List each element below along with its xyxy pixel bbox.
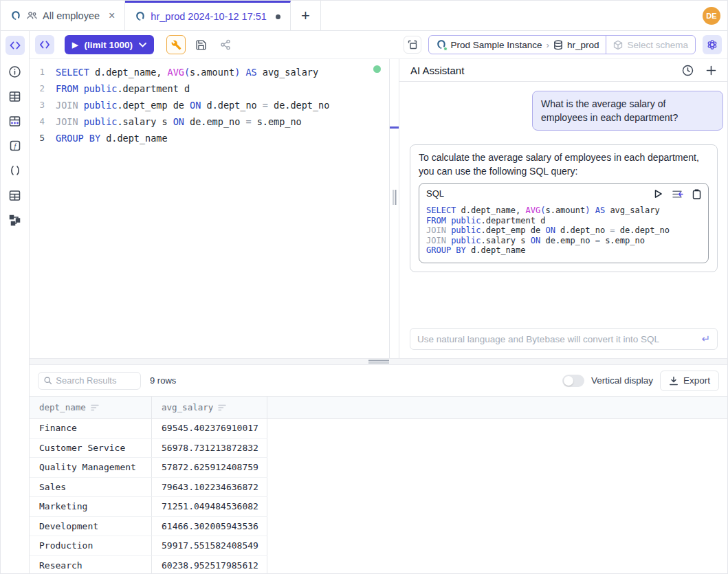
table-row[interactable]: Development61466.302005943536 <box>30 517 727 537</box>
save-sheet-button[interactable] <box>191 35 210 54</box>
run-query-button[interactable]: ▶ (limit 1000) <box>65 35 154 54</box>
tab-hr-prod[interactable]: hr_prod 2024-10-12 17:51 <box>125 1 291 30</box>
ai-assistant-title: AI Assistant <box>410 65 464 76</box>
cell-dept-name: Marketing <box>30 497 152 517</box>
editor-line: 2FROM public.department d <box>30 80 389 97</box>
close-icon[interactable]: × <box>109 10 115 22</box>
cell-dept-name: Sales <box>30 478 152 498</box>
search-results-box[interactable] <box>38 372 141 390</box>
run-snippet-icon[interactable] <box>654 189 663 199</box>
download-icon <box>669 376 679 386</box>
assistant-response-text: To calculate the average salary of emplo… <box>419 152 699 177</box>
sidebar-item-sql-editor[interactable] <box>5 36 25 55</box>
connection-selector[interactable]: Prod Sample Instance › hr_prod Select sc… <box>428 35 696 54</box>
ai-sql-code: SELECT d.dept_name, AVG(s.amount) AS avg… <box>426 206 701 256</box>
schema-box-icon <box>613 40 623 50</box>
batch-mode-icon <box>408 40 417 49</box>
column-header-empty <box>267 397 727 418</box>
table-row[interactable]: Finance69545.402376910017 <box>30 419 727 439</box>
enter-icon[interactable]: ↵ <box>701 333 710 345</box>
cell-avg-salary: 59917.551582408549 <box>152 536 267 556</box>
sidebar-item-functions[interactable]: f <box>1 133 29 158</box>
sidebar-item-tables[interactable] <box>1 84 29 109</box>
code-language-label: SQL <box>426 187 444 201</box>
postgresql-icon <box>436 39 447 50</box>
sort-icon[interactable] <box>218 404 226 411</box>
results-panel: 9 rows Vertical display Export dept_name <box>30 365 727 574</box>
postgresql-icon <box>135 11 146 22</box>
table-row[interactable]: Customer Service56978.731213872832 <box>30 439 727 459</box>
sql-editor[interactable]: 1SELECT d.dept_name, AVG(s.amount) AS av… <box>30 59 389 358</box>
instance-database-segment[interactable]: Prod Sample Instance › hr_prod <box>429 36 606 54</box>
results-toolbar: 9 rows Vertical display Export <box>30 365 727 396</box>
editor-line: 4JOIN public.salary s ON de.emp_no = s.e… <box>30 113 389 130</box>
export-button[interactable]: Export <box>660 371 719 391</box>
add-tab-button[interactable]: + <box>291 1 321 30</box>
row-count-label: 9 rows <box>150 375 176 386</box>
vertical-splitter[interactable] <box>389 59 399 358</box>
format-sql-button[interactable] <box>166 35 186 54</box>
sidebar-item-external-tables[interactable] <box>1 183 29 208</box>
vertical-display-label: Vertical display <box>591 375 653 386</box>
search-results-input[interactable] <box>56 375 135 386</box>
vertical-display-toggle[interactable] <box>562 375 584 387</box>
editor-line: 3JOIN public.dept_emp de ON d.dept_no = … <box>30 97 389 113</box>
results-table-header: dept_name avg_salary <box>30 397 727 419</box>
assistant-response-card: To calculate the average salary of emplo… <box>410 144 718 272</box>
horizontal-splitter[interactable] <box>30 358 727 365</box>
tab-label: hr_prod 2024-10-12 17:51 <box>151 11 267 22</box>
unsaved-indicator-dot <box>276 14 280 19</box>
cell-dept-name: Customer Service <box>30 439 152 459</box>
sidebar-item-procedures[interactable] <box>1 158 29 183</box>
schema-selector[interactable]: Select schema <box>606 36 695 54</box>
tab-all-employee[interactable]: All employee × <box>1 1 125 30</box>
user-message-bubble: What is the average salary of employees … <box>532 91 723 131</box>
cell-empty <box>267 439 727 459</box>
ai-prompt-input[interactable] <box>417 334 701 344</box>
cell-avg-salary: 57872.625912408759 <box>152 458 267 478</box>
cell-avg-salary: 79643.102234636872 <box>152 478 267 498</box>
sort-icon[interactable] <box>91 404 99 411</box>
cell-empty <box>267 419 727 439</box>
ai-code-block: SQL SELECT d.dept_name, AVG(s.amount) AS… <box>419 183 709 263</box>
editor-status-dot <box>373 65 381 73</box>
sidebar-item-schema-diagram[interactable] <box>1 208 29 232</box>
cell-dept-name: Development <box>30 517 152 537</box>
cell-empty <box>267 478 727 498</box>
results-table-body: Finance69545.402376910017Customer Servic… <box>30 419 727 574</box>
results-table: dept_name avg_salary Finance69545.402376… <box>30 396 727 574</box>
table-row[interactable]: Quality Management57872.625912408759 <box>30 458 727 478</box>
cell-avg-salary: 56978.731213872832 <box>152 439 267 459</box>
play-icon: ▶ <box>72 41 78 49</box>
sidebar-item-table-data[interactable] <box>1 109 29 133</box>
batch-mode-button[interactable] <box>404 36 421 54</box>
ai-assistant-header: AI Assistant <box>399 59 727 82</box>
left-sidebar: f <box>1 31 30 574</box>
column-header-dept-name[interactable]: dept_name <box>30 397 152 418</box>
column-header-avg-salary[interactable]: avg_salary <box>152 397 267 418</box>
table-row[interactable]: Marketing71251.049484536082 <box>30 497 727 517</box>
instance-name: Prod Sample Instance <box>451 40 542 50</box>
scrollbar-thumb[interactable] <box>390 126 399 129</box>
clock-icon[interactable] <box>682 65 694 76</box>
vertical-splitter-handle[interactable] <box>393 190 396 205</box>
postgresql-icon <box>10 10 21 21</box>
avatar[interactable]: DE <box>703 7 720 25</box>
horizontal-splitter-handle[interactable] <box>368 360 389 364</box>
insert-into-editor-icon[interactable] <box>672 190 683 199</box>
code-panel-toggle-button[interactable] <box>35 35 54 54</box>
wrench-icon <box>171 40 181 50</box>
plus-icon[interactable] <box>706 65 716 76</box>
editor-line: 1SELECT d.dept_name, AVG(s.amount) AS av… <box>30 64 389 80</box>
table-row[interactable]: Sales79643.102234636872 <box>30 478 727 498</box>
sidebar-item-info[interactable] <box>1 59 29 84</box>
openai-icon <box>707 39 718 50</box>
copy-icon[interactable] <box>692 189 701 199</box>
share-button[interactable] <box>216 35 235 54</box>
cell-empty <box>267 536 727 556</box>
table-row[interactable]: Production59917.551582408549 <box>30 536 727 556</box>
cell-avg-salary: 60238.952517985612 <box>152 556 267 574</box>
openai-assistant-button[interactable] <box>703 35 722 54</box>
cell-dept-name: Production <box>30 536 152 556</box>
table-row[interactable]: Research60238.952517985612 <box>30 556 727 574</box>
